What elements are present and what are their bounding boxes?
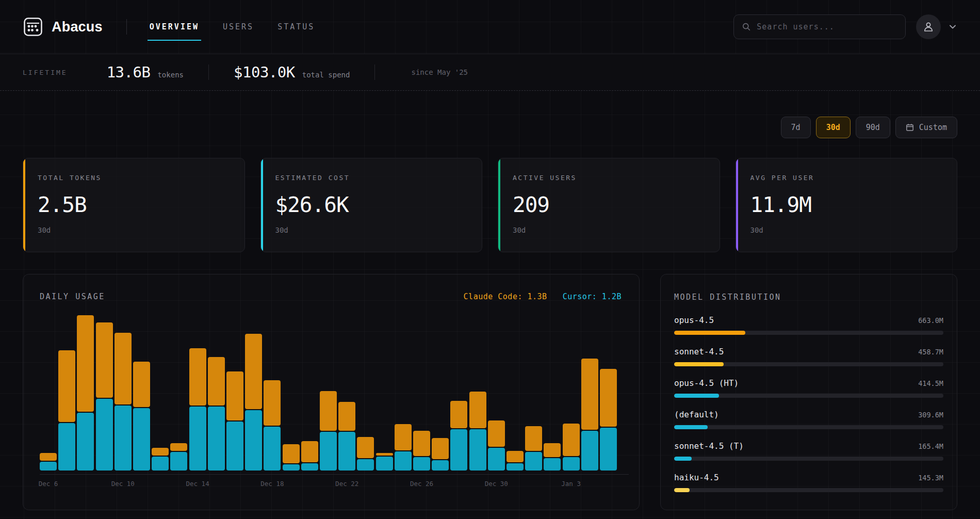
card-label: TOTAL TOKENS [38,174,230,182]
strip-divider [374,64,375,80]
claude-code-segment [507,451,524,462]
claude-code-segment [395,424,412,450]
cursor-segment [133,408,150,471]
model-row-opus-4.5-HT: opus-4.5 (HT)414.5M [674,378,943,398]
usage-bar-dec-9[interactable] [96,322,113,471]
claude-code-segment [432,438,449,459]
search-box[interactable] [733,14,906,39]
legend-cursor: Cursor: 1.2B [563,292,622,301]
tab-status[interactable]: STATUS [277,0,315,54]
usage-bar-dec-15[interactable] [208,357,225,471]
card-label: ACTIVE USERS [513,174,705,182]
lifetime-tokens-unit: tokens [157,71,184,79]
lifetime-spend-unit: total spend [302,71,350,79]
cursor-segment [96,399,113,471]
usage-bar-dec-25[interactable] [395,424,412,471]
tab-users[interactable]: USERS [223,0,254,54]
cursor-segment [338,432,355,471]
cursor-segment [264,427,281,471]
usage-bar-dec-22[interactable] [338,402,355,471]
app-logo: Abacus [23,17,103,37]
usage-bar-jan-4[interactable] [581,359,598,471]
range-controls: 7d 30d 90d Custom [23,117,957,138]
range-button-30d[interactable]: 30d [816,117,851,138]
usage-bar-dec-26[interactable] [413,431,430,471]
usage-bar-dec-7[interactable] [58,350,75,471]
cursor-segment [488,448,505,471]
model-progress-track [674,331,943,335]
usage-bar-dec-16[interactable] [226,371,243,471]
claude-code-segment [488,420,505,447]
usage-bar-jan-2[interactable] [544,443,561,471]
card-period: 30d [38,226,230,234]
cursor-segment [189,407,206,471]
app-title: Abacus [52,19,103,35]
cursor-segment [563,457,580,471]
usage-bar-dec-29[interactable] [469,392,486,471]
nav-tabs: OVERVIEW USERS STATUS [150,0,315,54]
usage-bar-dec-21[interactable] [320,391,337,471]
usage-bar-dec-23[interactable] [357,437,374,471]
model-rows: opus-4.5663.0Msonnet-4.5458.7Mopus-4.5 (… [674,315,943,492]
usage-bar-jan-1[interactable] [525,426,542,471]
usage-bar-dec-6[interactable] [40,453,57,471]
user-icon [922,21,935,33]
cursor-segment [226,421,243,471]
model-progress-track [674,488,943,492]
usage-bar-dec-17[interactable] [245,334,262,471]
usage-bar-dec-31[interactable] [507,451,524,471]
claude-code-segment [338,402,355,431]
range-button-custom[interactable]: Custom [895,117,957,138]
model-name: opus-4.5 (HT) [674,378,739,388]
range-button-7d[interactable]: 7d [781,117,811,138]
card-value: 209 [513,192,705,217]
usage-bar-jan-5[interactable] [600,369,617,471]
usage-bar-dec-19[interactable] [283,444,300,471]
usage-bar-dec-12[interactable] [152,448,169,471]
usage-bar-dec-18[interactable] [264,380,281,471]
usage-bar-jan-3[interactable] [563,424,580,471]
claude-code-segment [115,333,132,404]
card-period: 30d [750,226,943,234]
lifetime-tokens-value: 13.6B [107,63,151,81]
card-accent-bar [23,158,25,252]
cursor-segment [77,413,94,471]
model-progress-track [674,425,943,429]
cursor-segment [600,428,617,471]
tab-overview[interactable]: OVERVIEW [150,0,199,54]
cursor-segment [115,406,132,471]
usage-bar-dec-20[interactable] [301,441,318,471]
user-avatar[interactable] [916,14,941,39]
cursor-segment [376,457,393,471]
model-row-default: (default)309.6M [674,410,943,429]
lifetime-label: LIFETIME [23,69,68,76]
chevron-down-icon[interactable] [948,22,957,31]
usage-bar-dec-8[interactable] [77,315,94,471]
search-input[interactable] [757,22,897,31]
usage-bar-dec-10[interactable] [115,333,132,471]
x-tick-label: Dec 18 [260,480,284,488]
model-row-opus-4.5: opus-4.5663.0M [674,315,943,335]
claude-code-segment [376,453,393,456]
claude-code-segment [245,334,262,409]
stat-cards: TOTAL TOKENS 2.5B 30d ESTIMATED COST $26… [23,158,957,252]
usage-bar-dec-14[interactable] [189,348,206,471]
cursor-segment [413,457,430,471]
claude-code-segment [208,357,225,406]
usage-bar-dec-11[interactable] [133,362,150,471]
usage-bar-dec-24[interactable] [376,453,393,471]
cursor-segment [507,463,524,471]
x-tick-label: Dec 22 [335,480,358,488]
cursor-segment [283,464,300,471]
usage-bar-dec-13[interactable] [170,443,187,471]
model-value: 309.6M [918,411,943,419]
range-button-90d[interactable]: 90d [856,117,890,138]
model-name: sonnet-4.5 [674,347,724,356]
usage-bar-dec-30[interactable] [488,420,505,471]
usage-bar-dec-28[interactable] [450,401,467,471]
usage-bar-dec-27[interactable] [432,438,449,471]
lifetime-strip: LIFETIME 13.6B tokens $103.0K total spen… [0,54,980,91]
card-value: $26.6K [275,192,468,217]
claude-code-segment [301,441,318,462]
claude-code-segment [226,371,243,420]
